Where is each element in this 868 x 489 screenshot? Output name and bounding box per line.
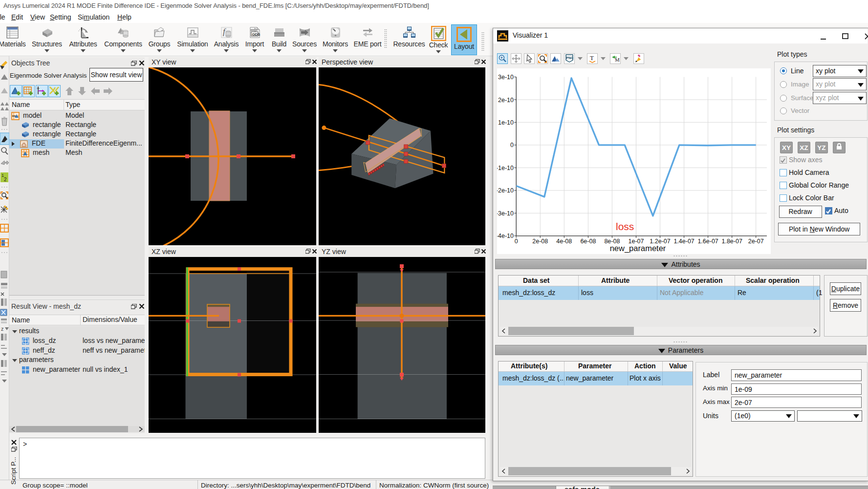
svg-text:GDS: GDS <box>252 32 260 37</box>
svg-text:2e-10: 2e-10 <box>498 97 514 104</box>
svg-text:-1e-10: -1e-10 <box>497 165 514 171</box>
svg-text:1.8e-07: 1.8e-07 <box>721 238 742 245</box>
svg-text:0: 0 <box>515 238 518 245</box>
svg-text:T: T <box>590 54 594 62</box>
svg-text:2e-08: 2e-08 <box>532 238 548 245</box>
svg-text:1e-10: 1e-10 <box>498 119 514 126</box>
svg-text:-3e-10: -3e-10 <box>497 210 514 217</box>
svg-text:loss: loss <box>616 221 634 232</box>
svg-text:z: z <box>1 326 4 332</box>
svg-text:2: 2 <box>4 177 7 182</box>
svg-text:PNG: PNG <box>566 56 573 60</box>
svg-text:2e-07: 2e-07 <box>748 238 764 245</box>
svg-text:1.4e-07: 1.4e-07 <box>673 238 694 245</box>
svg-text:0: 0 <box>510 142 514 149</box>
svg-text:4e-08: 4e-08 <box>556 238 572 245</box>
svg-text:M: M <box>615 57 620 63</box>
svg-text:1.6e-07: 1.6e-07 <box>697 238 718 245</box>
svg-text:6e-08: 6e-08 <box>580 238 596 245</box>
svg-text:-4e-10: -4e-10 <box>497 233 514 239</box>
svg-text:3e-10: 3e-10 <box>498 74 514 81</box>
svg-text:-2e-10: -2e-10 <box>497 187 514 194</box>
svg-text:new_parameter: new_parameter <box>610 244 666 253</box>
